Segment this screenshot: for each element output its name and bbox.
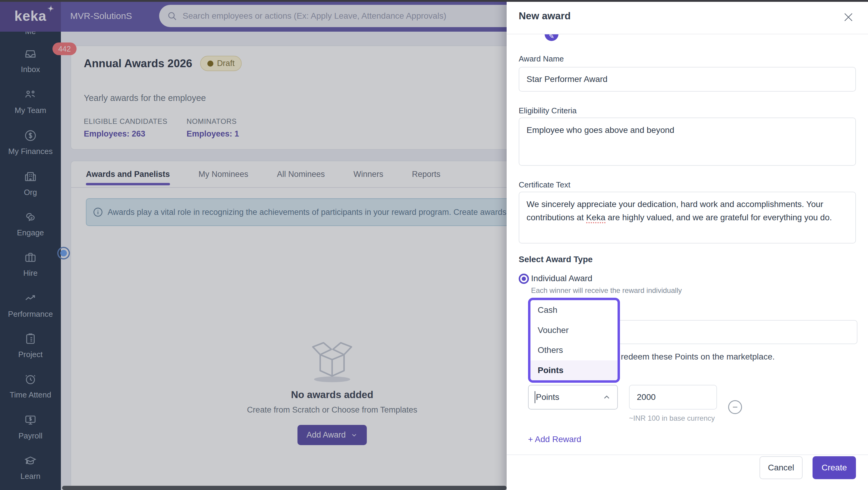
active-tab-underline <box>86 183 170 185</box>
keka-logo: keka✦ <box>14 8 46 24</box>
logo-block[interactable]: keka✦ <box>0 0 61 32</box>
search-placeholder: Search employees or actions (Ex: Apply L… <box>183 11 446 21</box>
alarm-clock-icon <box>24 372 37 386</box>
eligibility-label: Eligibility Criteria <box>519 106 577 115</box>
global-search-input[interactable]: Search employees or actions (Ex: Apply L… <box>159 5 536 27</box>
reward-type-select[interactable]: Points <box>528 385 618 409</box>
award-type-dropdown: Cash Voucher Others Points <box>528 298 620 383</box>
logo-spark-icon: ✦ <box>47 4 55 14</box>
individual-award-label: Individual Award <box>531 274 592 283</box>
new-award-panel: ✎ New award Award Name Eligibility Crite… <box>507 0 868 490</box>
trend-icon <box>24 292 37 305</box>
empty-box-icon <box>305 338 359 383</box>
panel-header: New award <box>507 0 868 34</box>
marketplace-note: redeem these Points on the marketplace. <box>621 352 775 362</box>
tab-all-nominees[interactable]: All Nominees <box>277 161 325 187</box>
points-amount-input[interactable] <box>629 385 717 409</box>
tab-reports[interactable]: Reports <box>412 161 441 187</box>
app-root: keka✦ MVR-SolutionS Search employees or … <box>0 0 868 490</box>
award-type-heading: Select Award Type <box>519 255 592 264</box>
dropdown-option-points[interactable]: Points <box>530 360 618 380</box>
inbox-count-badge: 442 <box>53 42 76 55</box>
tab-awards-and-panelists[interactable]: Awards and Panelists <box>86 161 170 187</box>
individual-award-radio[interactable] <box>519 274 529 284</box>
award-name-input[interactable] <box>519 67 856 92</box>
cancel-button[interactable]: Cancel <box>760 456 803 479</box>
stat-label-nominators: NOMINATORS <box>187 117 237 126</box>
horizontal-scrollbar[interactable] <box>62 486 507 490</box>
sidebar-item-time-attend[interactable]: Time Attend <box>0 372 61 400</box>
currency-conversion-note: ~INR 100 in base currency <box>629 414 715 423</box>
program-description: Yearly awards for the employee <box>84 93 206 103</box>
empty-state-title: No awards added <box>199 389 465 400</box>
eligibility-textarea[interactable]: Employee who goes above and beyond <box>519 118 856 166</box>
chat-icon <box>24 210 37 224</box>
add-reward-link[interactable]: + Add Reward <box>528 434 581 444</box>
panel-title: New award <box>519 10 570 22</box>
sidebar-item-learn[interactable]: Learn <box>0 454 61 481</box>
stat-label-eligible: ELIGIBLE CANDIDATES <box>84 117 167 126</box>
footer-divider <box>507 454 868 455</box>
dollar-circle-icon <box>24 129 37 143</box>
info-banner-text: Awards play a vital role in recognizing … <box>107 208 565 217</box>
tab-my-nominees[interactable]: My Nominees <box>198 161 248 187</box>
empty-state-subtitle: Create from Scratch or Choose from Templ… <box>199 405 465 415</box>
certificate-textarea[interactable]: We sincerely appreciate your dedication,… <box>519 192 856 244</box>
status-dot-icon <box>207 61 213 67</box>
payroll-monitor-icon <box>24 413 37 427</box>
sidebar-item-payroll[interactable]: Payroll <box>0 413 61 440</box>
briefcase-icon <box>24 250 37 264</box>
sidebar-item-inbox[interactable]: 442 Inbox <box>0 47 61 74</box>
building-icon <box>24 170 37 184</box>
chevron-down-icon <box>350 432 358 439</box>
search-icon <box>167 11 177 21</box>
sidebar-item-performance[interactable]: Performance <box>0 292 61 319</box>
team-icon <box>24 88 37 101</box>
empty-state: No awards added Create from Scratch or C… <box>199 338 465 445</box>
sidebar-item-engage[interactable]: Engage <box>0 210 61 238</box>
award-name-label: Award Name <box>519 54 564 64</box>
window-top-edge <box>0 0 868 2</box>
sidebar-item-hire[interactable]: Hire <box>0 250 61 278</box>
graduation-cap-icon <box>24 454 37 467</box>
dropdown-option-cash[interactable]: Cash <box>530 300 618 320</box>
stat-value-nominators[interactable]: Employees: 1 <box>187 129 239 139</box>
sidebar-item-my-team[interactable]: My Team <box>0 88 61 115</box>
stat-value-eligible[interactable]: Employees: 263 <box>84 129 145 139</box>
certificate-label: Certificate Text <box>519 180 570 189</box>
sidebar-item-my-finances[interactable]: My Finances <box>0 129 61 156</box>
dropdown-option-voucher[interactable]: Voucher <box>530 320 618 340</box>
chevron-up-icon <box>602 393 611 402</box>
tab-winners[interactable]: Winners <box>353 161 383 187</box>
status-badge: Draft <box>200 56 242 71</box>
sidebar-item-project[interactable]: Project <box>0 332 61 359</box>
close-icon[interactable] <box>842 11 855 24</box>
inbox-icon: 442 <box>24 47 37 61</box>
company-name: MVR-SolutionS <box>70 0 132 32</box>
remove-reward-icon[interactable]: − <box>728 400 742 414</box>
create-button[interactable]: Create <box>812 456 856 479</box>
program-title: Annual Awards 2026 <box>84 57 192 70</box>
dropdown-option-others[interactable]: Others <box>530 340 618 360</box>
clipboard-icon <box>24 332 37 346</box>
individual-award-help: Each winner will receive the reward indi… <box>531 286 682 295</box>
spellcheck-flagged-word: Keka <box>586 213 606 223</box>
text-cursor <box>535 391 535 403</box>
info-icon <box>93 207 103 218</box>
hire-status-dot <box>57 247 70 259</box>
sidebar-item-org[interactable]: Org <box>0 170 61 197</box>
add-award-button[interactable]: Add Award <box>298 425 367 445</box>
sidebar-nav: Me 442 Inbox My Team <box>0 32 61 490</box>
